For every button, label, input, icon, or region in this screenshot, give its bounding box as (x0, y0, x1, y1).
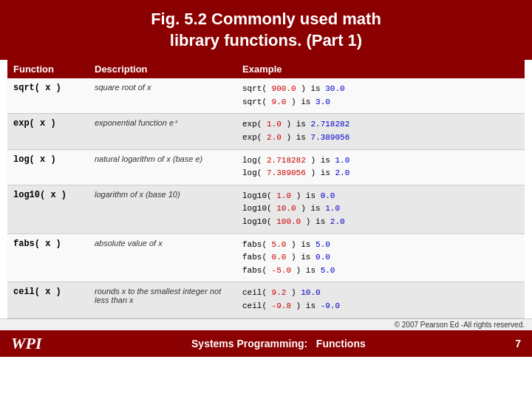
cell-example: exp( 1.0 ) is 2.718282exp( 2.0 ) is 7.38… (236, 114, 525, 149)
cell-function: log( x ) (7, 149, 89, 185)
cell-description: absolute value of x (89, 233, 236, 282)
cell-example: log( 2.718282 ) is 1.0log( 7.389056 ) is… (236, 149, 525, 185)
cell-description: rounds x to the smallest integer not les… (89, 282, 236, 318)
bottom-title: Systems Programming: Functions (191, 338, 366, 349)
table-row: sqrt( x )square root of xsqrt( 900.0 ) i… (7, 78, 525, 114)
col-header-function: Function (7, 60, 89, 78)
cell-example: sqrt( 900.0 ) is 30.0sqrt( 9.0 ) is 3.0 (236, 78, 525, 114)
copyright-text: © 2007 Pearson Ed -All rights reserved. (395, 321, 525, 329)
copyright-bar: © 2007 Pearson Ed -All rights reserved. (0, 318, 532, 330)
table-row: exp( x )exponential function eˣexp( 1.0 … (7, 114, 525, 149)
cell-function: exp( x ) (7, 114, 89, 149)
cell-description: natural logarithm of x (base e) (89, 149, 236, 185)
col-header-example: Example (236, 60, 525, 78)
header-line2: library functions. (Part 1) (15, 30, 517, 52)
table-row: ceil( x )rounds x to the smallest intege… (7, 282, 525, 318)
table-row: log( x )natural logarithm of x (base e)l… (7, 149, 525, 185)
table-header-row: Function Description Example (7, 60, 525, 78)
cell-description: exponential function eˣ (89, 114, 236, 149)
math-functions-table: Function Description Example sqrt( x )sq… (7, 60, 525, 318)
table-container: Function Description Example sqrt( x )sq… (0, 60, 532, 318)
header: Fig. 5.2 Commonly used math library func… (0, 0, 532, 60)
cell-example: ceil( 9.2 ) 10.0ceil( -9.8 ) is -9.0 (236, 282, 525, 318)
cell-example: fabs( 5.0 ) is 5.0fabs( 0.0 ) is 0.0fabs… (236, 233, 525, 282)
table-row: log10( x )logarithm of x (base 10)log10(… (7, 185, 525, 233)
col-header-description: Description (89, 60, 236, 78)
table-row: fabs( x )absolute value of xfabs( 5.0 ) … (7, 233, 525, 282)
cell-function: sqrt( x ) (7, 78, 89, 114)
wpi-logo: WPI (11, 334, 42, 353)
page-number: 7 (515, 338, 521, 349)
cell-description: square root of x (89, 78, 236, 114)
bottom-bar: WPI Systems Programming: Functions 7 (0, 330, 532, 357)
cell-function: fabs( x ) (7, 233, 89, 282)
cell-function: ceil( x ) (7, 282, 89, 318)
cell-description: logarithm of x (base 10) (89, 185, 236, 233)
cell-function: log10( x ) (7, 185, 89, 233)
cell-example: log10( 1.0 ) is 0.0log10( 10.0 ) is 1.0l… (236, 185, 525, 233)
header-line1: Fig. 5.2 Commonly used math (15, 9, 517, 30)
